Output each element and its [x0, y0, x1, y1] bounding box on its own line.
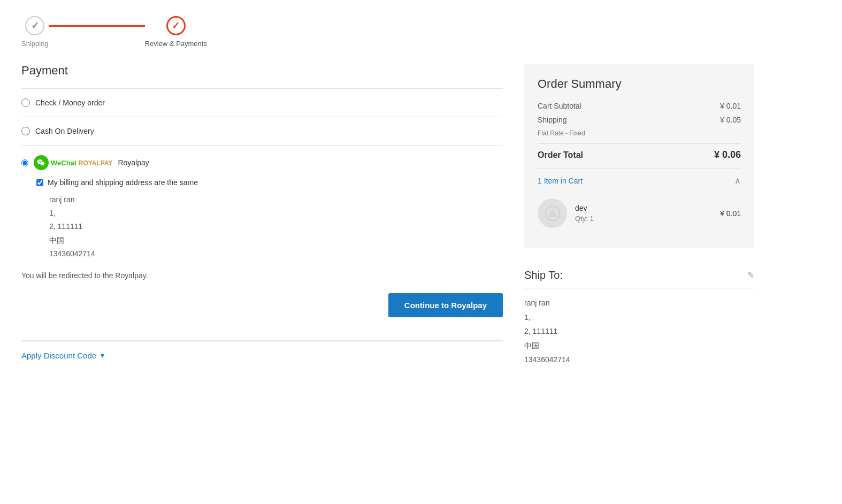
billing-line2: 2, 111111: [49, 220, 503, 233]
product-thumbnail: [538, 198, 567, 228]
shipping-row-group: Shipping ¥ 0.05 Flat Rate - Fixed: [538, 116, 741, 137]
shipping-row: Shipping ¥ 0.05: [538, 116, 741, 124]
royalpay-logo-text: WeChat ROYALPAY: [51, 159, 112, 167]
order-summary-title: Order Summary: [538, 77, 741, 91]
discount-toggle[interactable]: Apply Discount Code ▾: [21, 351, 503, 360]
royalpay-header: WeChat ROYALPAY Royalpay: [21, 155, 503, 170]
radio-cod[interactable]: [21, 127, 30, 135]
billing-same-checkbox[interactable]: [36, 179, 43, 186]
edit-ship-to-icon[interactable]: ✎: [747, 270, 754, 280]
payment-title: Payment: [21, 64, 503, 78]
order-summary-panel: Order Summary Cart Subtotal ¥ 0.01 Shipp…: [524, 64, 754, 367]
continue-button[interactable]: Continue to Royalpay: [388, 293, 503, 317]
cart-subtotal-row: Cart Subtotal ¥ 0.01: [538, 102, 741, 110]
order-total-row: Order Total ¥ 0.06: [538, 143, 741, 161]
billing-address: ranj ran 1, 2, 111111 中国 13436042714: [49, 193, 503, 261]
ship-to-address: ranj ran 1, 2, 111111 中国 13436042714: [524, 288, 754, 367]
discount-chevron-icon: ▾: [101, 351, 104, 360]
ship-line1: 1,: [524, 310, 754, 325]
label-royalpay[interactable]: Royalpay: [118, 158, 149, 167]
royalpay-logo: WeChat ROYALPAY: [34, 155, 112, 170]
redirect-note: You will be redirected to the Royalpay.: [21, 271, 503, 280]
billing-line1: 1,: [49, 207, 503, 220]
step-review: ✓ Review & Payments: [145, 16, 207, 48]
ship-to-title: Ship To:: [524, 269, 563, 281]
step-review-circle: ✓: [166, 16, 186, 35]
cart-items-count-label: 1 Item in Cart: [538, 177, 583, 185]
product-price: ¥ 0.01: [720, 209, 741, 218]
shipping-label: Shipping: [538, 116, 567, 124]
payment-option-check: Check / Money order: [21, 89, 503, 117]
ship-name: ranj ran: [524, 296, 754, 310]
radio-check[interactable]: [21, 98, 30, 107]
cart-chevron-icon: ∧: [734, 175, 741, 186]
shipping-method: Flat Rate - Fixed: [538, 129, 741, 137]
payment-option-cod: Cash On Delivery: [21, 117, 503, 146]
cart-subtotal-value: ¥ 0.01: [720, 102, 741, 110]
ship-phone: 13436042714: [524, 353, 754, 367]
cart-items-toggle[interactable]: 1 Item in Cart ∧: [538, 169, 741, 192]
discount-section: Apply Discount Code ▾: [21, 341, 503, 370]
billing-country: 中国: [49, 234, 503, 247]
checkout-progress: ✓ Shipping ✓ Review & Payments: [21, 11, 821, 48]
step-connector: [49, 25, 145, 27]
order-summary-box: Order Summary Cart Subtotal ¥ 0.01 Shipp…: [524, 64, 754, 248]
billing-phone: 13436042714: [49, 247, 503, 261]
ship-to-header: Ship To: ✎: [524, 269, 754, 288]
product-info: dev Qty: 1: [575, 204, 712, 223]
payment-panel: Payment Check / Money order Cash On Deli…: [21, 64, 503, 370]
ship-to-box: Ship To: ✎ ranj ran 1, 2, 111111 中国 1343…: [524, 258, 754, 367]
order-total-label: Order Total: [538, 150, 583, 160]
main-layout: Payment Check / Money order Cash On Deli…: [21, 64, 821, 370]
billing-same-label[interactable]: My billing and shipping address are the …: [48, 178, 198, 187]
wechat-icon: [34, 155, 49, 170]
step-shipping-label: Shipping: [21, 40, 49, 48]
discount-label: Apply Discount Code: [21, 351, 96, 360]
shipping-value: ¥ 0.05: [720, 116, 741, 124]
label-cod[interactable]: Cash On Delivery: [35, 127, 94, 135]
billing-section: My billing and shipping address are the …: [36, 178, 503, 261]
order-total-value: ¥ 0.06: [714, 149, 741, 161]
cart-item-row: dev Qty: 1 ¥ 0.01: [538, 192, 741, 234]
cart-subtotal-label: Cart Subtotal: [538, 102, 581, 110]
label-check[interactable]: Check / Money order: [35, 98, 105, 107]
product-name: dev: [575, 204, 712, 212]
ship-country: 中国: [524, 339, 754, 353]
step-review-label: Review & Payments: [145, 40, 207, 48]
radio-royalpay[interactable]: [21, 159, 28, 166]
payment-option-royalpay: WeChat ROYALPAY Royalpay My billing and …: [21, 146, 503, 341]
continue-btn-row: Continue to Royalpay: [21, 293, 503, 317]
product-qty: Qty: 1: [575, 215, 712, 223]
step-shipping-circle: ✓: [25, 16, 44, 35]
billing-name: ranj ran: [49, 193, 503, 207]
step-shipping: ✓ Shipping: [21, 16, 49, 48]
billing-checkbox-row: My billing and shipping address are the …: [36, 178, 503, 187]
ship-line2: 2, 111111: [524, 324, 754, 339]
